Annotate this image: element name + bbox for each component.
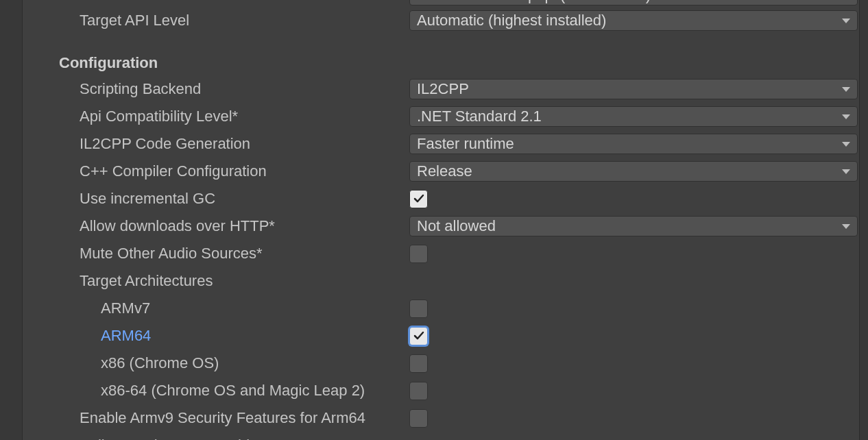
row-x86: x86 (Chrome OS) bbox=[23, 350, 859, 377]
allow-http-label: Allow downloads over HTTP* bbox=[80, 217, 275, 235]
minimum-api-level-value: Android 5.1 'Lollipop' (API level 22) bbox=[417, 0, 842, 4]
row-configuration-header: Configuration bbox=[23, 49, 859, 77]
minimum-api-level-label: Minimum API Level bbox=[80, 0, 208, 4]
target-api-level-dropdown[interactable]: Automatic (highest installed) bbox=[409, 10, 858, 31]
chevron-down-icon bbox=[842, 169, 850, 174]
armv7-label: ARMv7 bbox=[101, 300, 150, 317]
scripting-backend-label: Scripting Backend bbox=[80, 80, 201, 98]
il2cpp-codegen-dropdown[interactable]: Faster runtime bbox=[409, 134, 858, 154]
api-compat-value: .NET Standard 2.1 bbox=[417, 108, 842, 125]
incremental-gc-checkbox[interactable] bbox=[409, 190, 428, 208]
x86-label: x86 (Chrome OS) bbox=[101, 354, 219, 372]
chevron-down-icon bbox=[842, 142, 850, 147]
cpp-compiler-dropdown[interactable]: Release bbox=[409, 161, 858, 182]
row-il2cpp-codegen: IL2CPP Code Generation Faster runtime bbox=[23, 130, 859, 158]
row-target-api-level: Target API Level Automatic (highest inst… bbox=[23, 7, 859, 34]
row-armv9: Enable Armv9 Security Features for Arm64 bbox=[23, 404, 859, 432]
armv9-label: Enable Armv9 Security Features for Arm64 bbox=[80, 409, 365, 427]
mute-audio-checkbox[interactable] bbox=[409, 245, 428, 263]
check-icon bbox=[413, 193, 424, 204]
target-arch-label: Target Architectures bbox=[80, 272, 213, 290]
arm64-label: ARM64 bbox=[101, 327, 151, 345]
chevron-down-icon bbox=[842, 114, 850, 119]
minimum-api-level-dropdown[interactable]: Android 5.1 'Lollipop' (API level 22) bbox=[409, 0, 858, 5]
arm64-checkbox[interactable] bbox=[409, 327, 428, 345]
row-scripting-backend: Scripting Backend IL2CPP bbox=[23, 75, 859, 103]
armv9-checkbox[interactable] bbox=[409, 409, 428, 428]
mute-audio-label: Mute Other Audio Sources* bbox=[80, 245, 263, 262]
scripting-backend-dropdown[interactable]: IL2CPP bbox=[409, 79, 858, 99]
row-split-apks: Split APKs by target architecture bbox=[23, 432, 859, 440]
x86-64-label: x86-64 (Chrome OS and Magic Leap 2) bbox=[101, 382, 365, 400]
target-api-level-value: Automatic (highest installed) bbox=[417, 12, 842, 29]
row-arm64: ARM64 bbox=[23, 322, 859, 350]
cpp-compiler-value: Release bbox=[417, 162, 842, 180]
api-compat-label: Api Compatibility Level* bbox=[80, 108, 238, 125]
chevron-down-icon bbox=[842, 224, 850, 229]
row-x86-64: x86-64 (Chrome OS and Magic Leap 2) bbox=[23, 377, 859, 404]
x86-checkbox[interactable] bbox=[409, 354, 428, 373]
cpp-compiler-label: C++ Compiler Configuration bbox=[80, 162, 267, 180]
il2cpp-codegen-value: Faster runtime bbox=[417, 135, 842, 153]
il2cpp-codegen-label: IL2CPP Code Generation bbox=[80, 135, 250, 153]
x86-64-checkbox[interactable] bbox=[409, 382, 428, 400]
row-incremental-gc: Use incremental GC bbox=[23, 185, 859, 212]
settings-panel: Minimum API Level Android 5.1 'Lollipop'… bbox=[22, 0, 860, 440]
row-target-arch-header: Target Architectures bbox=[23, 267, 859, 295]
split-apks-label: Split APKs by target architecture bbox=[80, 437, 296, 440]
row-cpp-compiler: C++ Compiler Configuration Release bbox=[23, 158, 859, 185]
row-armv7: ARMv7 bbox=[23, 295, 859, 322]
armv7-checkbox[interactable] bbox=[409, 300, 428, 318]
chevron-down-icon bbox=[842, 19, 850, 23]
allow-http-value: Not allowed bbox=[417, 217, 842, 235]
row-allow-http: Allow downloads over HTTP* Not allowed bbox=[23, 212, 859, 240]
target-api-level-label: Target API Level bbox=[80, 12, 189, 29]
api-compat-dropdown[interactable]: .NET Standard 2.1 bbox=[409, 106, 858, 127]
chevron-down-icon bbox=[842, 87, 850, 92]
allow-http-dropdown[interactable]: Not allowed bbox=[409, 216, 858, 236]
incremental-gc-label: Use incremental GC bbox=[80, 190, 215, 208]
scripting-backend-value: IL2CPP bbox=[417, 80, 842, 98]
configuration-section-title: Configuration bbox=[59, 54, 158, 72]
check-icon bbox=[413, 330, 424, 341]
row-api-compat: Api Compatibility Level* .NET Standard 2… bbox=[23, 103, 859, 130]
row-mute-audio: Mute Other Audio Sources* bbox=[23, 240, 859, 267]
